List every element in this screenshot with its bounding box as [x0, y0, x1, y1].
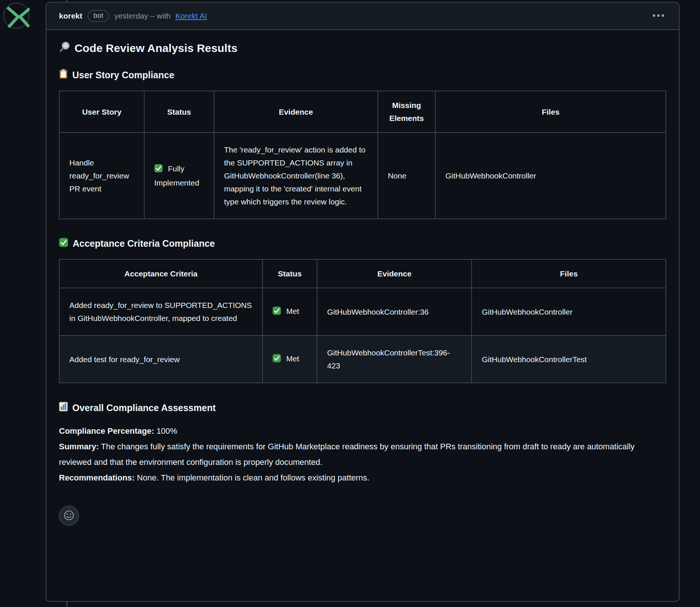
user-story-heading: User Story Compliance: [59, 69, 666, 81]
cell-user-story: Handle ready_for_review PR event: [59, 132, 144, 219]
check-mark-icon: [273, 355, 283, 364]
reaction-row: [59, 506, 666, 526]
check-mark-icon: [273, 308, 283, 316]
acceptance-table-header-row: Acceptance Criteria Status Evidence File…: [59, 259, 666, 288]
status-text: Met: [286, 307, 299, 315]
page-title-text: Code Review Analysis Results: [75, 42, 238, 55]
compliance-percentage-value: 100%: [156, 426, 177, 436]
pr-timeline-page: { "header": { "author": "korekt", "badge…: [0, 0, 700, 607]
cell-files: GitHubWebhookController: [472, 288, 666, 335]
smiley-icon: [63, 510, 75, 522]
cell-evidence: GitHubWebhookController:36: [317, 288, 472, 335]
assessment-text: Compliance Percentage: 100% Summary: The…: [59, 423, 666, 486]
table-row: Handle ready_for_review PR event Fully I…: [59, 132, 666, 219]
cell-files: GitHubWebhookController: [435, 132, 666, 219]
bot-badge: bot: [88, 10, 109, 22]
compliance-percentage-label: Compliance Percentage:: [59, 426, 154, 436]
cell-criteria: Added test for ready_for_review: [59, 335, 262, 383]
add-reaction-button[interactable]: [59, 506, 79, 526]
korekt-ai-link[interactable]: Korekt AI: [175, 12, 207, 20]
acceptance-criteria-table: Acceptance Criteria Status Evidence File…: [59, 259, 666, 383]
column-header-status: Status: [262, 259, 317, 288]
timeline-line-bottom: [66, 602, 67, 607]
overall-assessment-heading: Overall Compliance Assessment: [59, 402, 666, 414]
acceptance-criteria-heading-text: Acceptance Criteria Compliance: [73, 238, 215, 249]
summary-label: Summary:: [59, 442, 99, 451]
column-header-missing-elements: Missing Elements: [378, 91, 435, 132]
comment-options-button[interactable]: [651, 11, 666, 21]
comment-header: korekt bot yesterday – with Korekt AI: [46, 3, 679, 30]
cell-criteria: Added ready_for_review to SUPPORTED_ACTI…: [59, 288, 262, 335]
bot-comment-card: korekt bot yesterday – with Korekt AI: [46, 2, 680, 602]
cell-status: Met: [262, 335, 317, 383]
column-header-evidence: Evidence: [317, 259, 472, 288]
column-header-files: Files: [435, 91, 666, 132]
cell-missing-elements: None: [378, 132, 435, 219]
user-story-heading-text: User Story Compliance: [72, 70, 174, 81]
table-row: Added test for ready_for_review Met GitH…: [59, 335, 666, 383]
cell-evidence: GitHubWebhookControllerTest:396-423: [317, 335, 472, 383]
acceptance-criteria-heading: Acceptance Criteria Compliance: [59, 238, 666, 249]
timestamp-link[interactable]: yesterday: [114, 12, 148, 20]
cell-files: GitHubWebhookControllerTest: [472, 335, 666, 383]
user-story-table: User Story Status Evidence Missing Eleme…: [59, 91, 666, 219]
kebab-horizontal-icon: [652, 13, 665, 19]
comment-meta: yesterday – with Korekt AI: [114, 12, 207, 20]
column-header-user-story: User Story: [59, 91, 144, 132]
meta-connector: – with: [150, 12, 171, 20]
user-story-table-header-row: User Story Status Evidence Missing Eleme…: [59, 91, 666, 132]
magnifying-glass-icon: [59, 41, 70, 55]
column-header-acceptance-criteria: Acceptance Criteria: [59, 259, 262, 288]
recommendations-label: Recommendations:: [59, 473, 135, 482]
column-header-files: Files: [472, 259, 666, 288]
status-text: Met: [286, 354, 299, 363]
page-title: Code Review Analysis Results: [59, 41, 666, 55]
table-row: Added ready_for_review to SUPPORTED_ACTI…: [59, 288, 666, 335]
bar-chart-icon: [59, 402, 68, 414]
author-name[interactable]: korekt: [59, 12, 82, 20]
column-header-status: Status: [144, 91, 214, 132]
summary-text: The changes fully satisfy the requiremen…: [59, 442, 635, 467]
check-mark-icon: [59, 238, 68, 249]
clipboard-icon: [59, 69, 68, 81]
korekt-logo-icon: [3, 24, 30, 30]
recommendations-text: None. The implementation is clean and fo…: [137, 473, 369, 482]
cell-status: Met: [262, 288, 317, 335]
column-header-evidence: Evidence: [214, 91, 378, 132]
check-mark-icon: [154, 165, 165, 174]
cell-evidence: The 'ready_for_review' action is added t…: [214, 132, 378, 219]
comment-body: Code Review Analysis Results User Story …: [46, 30, 679, 537]
bot-avatar[interactable]: [3, 2, 30, 29]
cell-status: Fully Implemented: [144, 132, 214, 219]
overall-assessment-heading-text: Overall Compliance Assessment: [72, 403, 216, 413]
